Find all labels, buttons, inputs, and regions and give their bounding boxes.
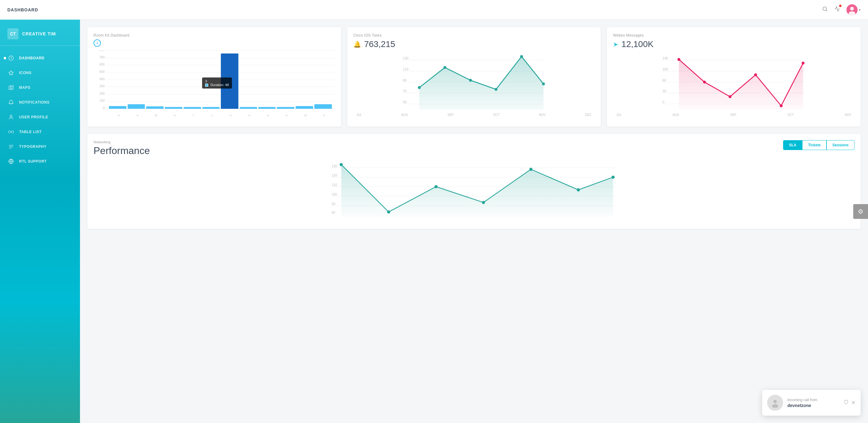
user-profile-label: USER PROFILE xyxy=(19,115,72,119)
svg-text:100: 100 xyxy=(332,193,337,196)
line-chart-green-svg: 130 110 90 70 50 xyxy=(353,53,595,111)
sidebar-item-notifications[interactable]: NOTIFICATIONS xyxy=(0,95,80,110)
networking-chart-svg: 130 120 110 100 90 80 xyxy=(93,161,855,218)
sidebar-item-maps[interactable]: MAPS xyxy=(0,80,80,95)
main-content: Room Kit Dashboard i 8007006005004003002… xyxy=(80,20,868,423)
bar-x-label-1: 4 xyxy=(130,108,145,118)
networking-chart: 130 120 110 100 90 80 xyxy=(93,161,855,223)
top-navigation: DASHBOARD ▾ xyxy=(0,0,868,20)
maps-icon xyxy=(7,84,15,91)
tab-sla[interactable]: SLA xyxy=(783,140,802,150)
svg-marker-44 xyxy=(679,59,803,109)
x-label-jul: JUL xyxy=(356,113,362,117)
svg-point-31 xyxy=(494,88,497,91)
popup-action-icon[interactable] xyxy=(844,400,848,406)
svg-point-50 xyxy=(802,62,805,65)
popup-close-button[interactable]: ✕ xyxy=(851,400,856,405)
svg-text:80: 80 xyxy=(332,211,336,214)
tooltip-label: Duration: 48 xyxy=(210,83,229,87)
card3-title: Webex Messages xyxy=(613,33,855,37)
tooltip-value: 3 xyxy=(205,79,207,83)
grid-label-7: 100 xyxy=(93,99,104,102)
svg-text:120: 120 xyxy=(332,174,337,177)
cards-row: Room Kit Dashboard i 8007006005004003002… xyxy=(87,27,861,127)
line-chart-pink-svg: 140 100 60 20 0 xyxy=(613,53,855,111)
grid-label-5: 300 xyxy=(93,85,104,88)
x-label-dec: DEC xyxy=(585,113,591,117)
svg-point-46 xyxy=(703,80,706,84)
grid-label-8: 0 xyxy=(93,106,104,110)
table-list-icon xyxy=(7,128,15,136)
card3-icon: ➤ xyxy=(613,40,618,48)
notifications-label: NOTIFICATIONS xyxy=(19,100,72,104)
sidebar-item-user-profile[interactable]: USER PROFILE xyxy=(0,110,80,125)
card2-icon: 🔔 xyxy=(353,40,361,48)
card1-title: Room Kit Dashboard xyxy=(93,33,335,37)
svg-point-67 xyxy=(529,168,532,171)
bar-x-label-9: 9 xyxy=(280,108,294,118)
networking-section: Networking Performance SLA Tickets Sessi… xyxy=(87,134,861,229)
sidebar-brand: CT CREATIVE TIM xyxy=(0,25,80,46)
svg-point-47 xyxy=(728,95,732,98)
sidebar-item-typography[interactable]: TYPOGRAPHY xyxy=(0,139,80,154)
tab-sessions[interactable]: Sessions xyxy=(827,140,855,150)
typography-label: TYPOGRAPHY xyxy=(19,144,72,149)
x-label-nov: NOV xyxy=(539,113,546,117)
webex-card: Webex Messages ➤ 12,100K xyxy=(607,27,861,127)
bar-x-label-6: 3 xyxy=(224,108,238,118)
room-kit-card: Room Kit Dashboard i 8007006005004003002… xyxy=(87,27,341,127)
svg-text:130: 130 xyxy=(403,56,408,60)
gear-button[interactable]: ⚙ xyxy=(853,204,868,219)
chart-tooltip: 3 Duration: 48 xyxy=(202,77,232,89)
card2-value: 763,215 xyxy=(364,39,395,49)
line-chart-pink: 140 100 60 20 0 xyxy=(613,53,855,121)
sidebar-navigation: DASHBOARDICONSMAPSNOTIFICATIONSUSER PROF… xyxy=(0,48,80,171)
brand-name: CREATIVE TIM xyxy=(22,31,56,36)
popup-title: Incoming call from xyxy=(787,398,839,402)
notification-badge xyxy=(839,5,841,7)
sidebar: CT CREATIVE TIM DASHBOARDICONSMAPSNOTIFI… xyxy=(0,20,80,423)
user-profile-icon xyxy=(7,113,15,121)
brand-logo: CT xyxy=(7,28,19,39)
svg-text:20: 20 xyxy=(662,89,666,93)
svg-point-48 xyxy=(754,73,757,76)
tab-buttons: SLA Tickets Sessions xyxy=(783,140,855,150)
layout: CT CREATIVE TIM DASHBOARDICONSMAPSNOTIFI… xyxy=(0,20,868,423)
popup-text: Incoming call from devnetzone xyxy=(787,398,839,408)
tab-tickets[interactable]: Tickets xyxy=(802,140,827,150)
svg-text:110: 110 xyxy=(332,183,337,187)
svg-point-30 xyxy=(469,79,472,82)
svg-text:140: 140 xyxy=(662,56,668,60)
sidebar-item-table-list[interactable]: TABLE LIST xyxy=(0,125,80,139)
svg-marker-27 xyxy=(419,57,544,109)
px-label-jul: JUL xyxy=(616,113,622,117)
bar-chart: 8007006005004003002001000 3 Duration: 48… xyxy=(93,51,335,118)
dashboard-icon xyxy=(7,55,15,62)
svg-point-28 xyxy=(418,86,421,89)
svg-point-5 xyxy=(852,7,854,9)
maps-label: MAPS xyxy=(19,86,72,90)
svg-text:100: 100 xyxy=(662,67,668,71)
chart-x-labels: 34106713569103 xyxy=(109,115,332,118)
svg-point-68 xyxy=(577,188,580,191)
svg-point-33 xyxy=(542,83,545,86)
sidebar-item-dashboard[interactable]: DASHBOARD xyxy=(0,51,80,65)
sidebar-item-rtl-support[interactable]: RTL SUPPORT xyxy=(0,154,80,169)
topnav-actions: ▾ xyxy=(822,4,861,15)
info-icon: i xyxy=(93,39,101,47)
svg-point-71 xyxy=(773,400,777,403)
search-icon[interactable] xyxy=(822,6,828,13)
user-avatar-button[interactable]: ▾ xyxy=(846,4,861,15)
sidebar-item-icons[interactable]: ICONS xyxy=(0,65,80,80)
icons-icon xyxy=(7,69,15,76)
svg-text:130: 130 xyxy=(332,164,337,168)
px-label-nov: NOV xyxy=(845,113,851,117)
notifications-icon xyxy=(7,99,15,106)
x-label-oct: OCT xyxy=(493,113,499,117)
svg-text:50: 50 xyxy=(403,100,406,104)
px-label-aug: AUG xyxy=(673,113,679,117)
svg-point-10 xyxy=(10,115,12,117)
activity-icon[interactable] xyxy=(834,6,840,13)
svg-marker-7 xyxy=(9,71,13,75)
px-label-sep: SEP xyxy=(730,113,736,117)
